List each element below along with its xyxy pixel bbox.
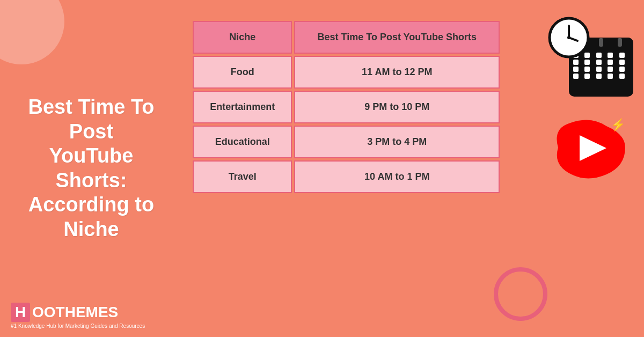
- logo-main: H OOTHEMES: [11, 303, 145, 322]
- table-row: Travel10 AM to 1 PM: [193, 160, 500, 193]
- decorative-circle-bottom-right: [494, 267, 547, 321]
- clock-icon: [547, 16, 590, 59]
- svg-point-3: [567, 36, 570, 39]
- table-cell-time: 11 AM to 12 PM: [294, 56, 500, 89]
- logo-area: H OOTHEMES #1 Knowledge Hub for Marketin…: [11, 303, 145, 329]
- header-best-time: Best Time To Post YouTube Shorts: [294, 21, 500, 54]
- decorative-circle-top-left: [0, 0, 64, 64]
- logo-brand-name: OOTHEMES: [32, 304, 118, 321]
- table-container: Niche Best Time To Post YouTube Shorts F…: [191, 19, 502, 195]
- table-row: Food11 AM to 12 PM: [193, 56, 500, 89]
- left-panel: Best Time To Post YouTube Shorts: Accord…: [16, 95, 166, 242]
- table-row: Educational3 PM to 4 PM: [193, 126, 500, 158]
- table-cell-niche: Food: [193, 56, 292, 89]
- table-cell-niche: Entertainment: [193, 91, 292, 123]
- svg-text:⚡: ⚡: [611, 118, 626, 132]
- page-background: Best Time To Post YouTube Shorts: Accord…: [0, 0, 644, 337]
- main-title: Best Time To Post YouTube Shorts: Accord…: [16, 95, 166, 242]
- clock-calendar-icon: [547, 16, 633, 97]
- table-row: Entertainment9 PM to 10 PM: [193, 91, 500, 123]
- table-cell-niche: Travel: [193, 160, 292, 193]
- youtube-shorts-icon: ⚡: [547, 113, 633, 185]
- logo-h-box: H: [11, 303, 30, 322]
- right-panel: ⚡: [547, 11, 633, 185]
- header-niche: Niche: [193, 21, 292, 54]
- table-cell-time: 3 PM to 4 PM: [294, 126, 500, 158]
- table-cell-niche: Educational: [193, 126, 292, 158]
- data-table: Niche Best Time To Post YouTube Shorts F…: [191, 19, 502, 195]
- table-cell-time: 10 AM to 1 PM: [294, 160, 500, 193]
- logo-tagline: #1 Knowledge Hub for Marketing Guides an…: [11, 323, 145, 329]
- table-header-row: Niche Best Time To Post YouTube Shorts: [193, 21, 500, 54]
- table-cell-time: 9 PM to 10 PM: [294, 91, 500, 123]
